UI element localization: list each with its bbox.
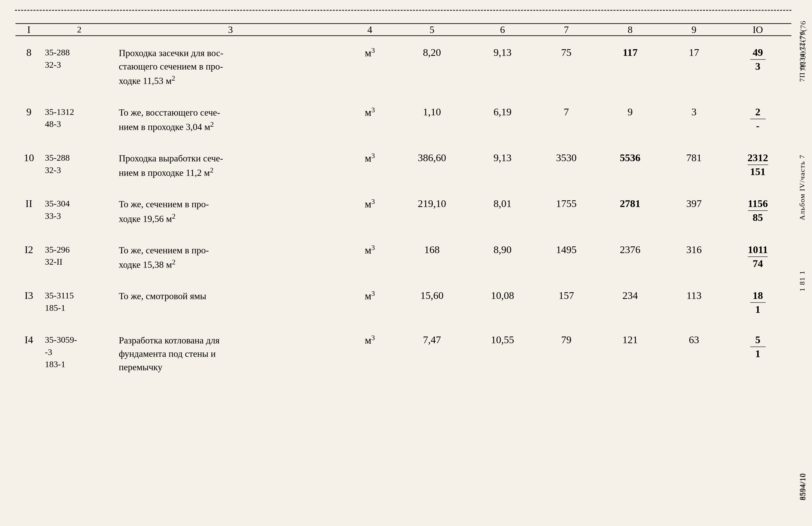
side-text-top-label: 7П 0034-77(76 [798,31,806,82]
header-col-6: 6 [469,24,536,36]
row-col10-11: 1156 85 [724,185,792,231]
row-desc-12: То же, сечением в про-ходке 15,38 м2 [116,231,345,277]
row-col10-13: 18 1 [724,277,792,321]
row-col6-12: 8,90 [469,231,536,277]
table-row: II 35-304 33-3 То же, сечением в про-ход… [15,185,792,231]
row-desc-9: То же, восстающего сече-нием в проходке … [116,93,345,139]
row-col7-8: 75 [536,36,597,93]
header-col-7: 7 [536,24,597,36]
page-container: 7П 0034-77(76 8594/10 I 2 3 4 5 6 7 8 9 … [0,0,812,526]
row-unit-14: м3 [345,321,395,379]
row-col10-12: 1011 74 [724,231,792,277]
row-col10-14: 5 1 [724,321,792,379]
row-col7-13: 157 [536,277,597,321]
row-num-14: I4 [15,321,42,379]
header-col-5: 5 [395,24,469,36]
main-table: I 2 3 4 5 6 7 8 9 IO 8 35-288 32-3 Прохо… [15,23,792,379]
row-col6-10: 9,13 [469,139,536,185]
header-col-4: 4 [345,24,395,36]
fraction-11: 1156 85 [748,198,768,224]
header-col-9: 9 [664,24,724,36]
header-row: I 2 3 4 5 6 7 8 9 IO [15,24,792,36]
header-col-8: 8 [596,24,664,36]
table-row: 8 35-288 32-3 Проходка засечки для вос-с… [15,36,792,93]
row-col10-10: 2312 151 [724,139,792,185]
header-col-1: I [15,24,42,36]
row-code-11: 35-304 33-3 [42,185,116,231]
row-col7-11: 1755 [536,185,597,231]
row-unit-10: м3 [345,139,395,185]
table-row: 9 35-1312 48-3 То же, восстающего сече-н… [15,93,792,139]
row-desc-8: Проходка засечки для вос-стающего сечени… [116,36,345,93]
row-col9-14: 63 [664,321,724,379]
fraction-10: 2312 151 [748,152,768,178]
row-col8-9: 9 [596,93,664,139]
row-desc-14: Разработка котлована дляфундамента под с… [116,321,345,379]
row-col6-11: 8,01 [469,185,536,231]
row-col7-10: 3530 [536,139,597,185]
row-col7-12: 1495 [536,231,597,277]
table-row: I2 35-296 32-II То же, сечением в про-хо… [15,231,792,277]
row-col9-9: 3 [664,93,724,139]
row-unit-8: м3 [345,36,395,93]
row-col5-11: 219,10 [395,185,469,231]
row-num-11: II [15,185,42,231]
row-unit-11: м3 [345,185,395,231]
row-col8-11: 2781 [596,185,664,231]
row-col9-12: 316 [664,231,724,277]
row-col8-8: 117 [596,36,664,93]
row-code-14: 35-3059- -3 183-1 [42,321,116,379]
row-col5-8: 8,20 [395,36,469,93]
table-row: 10 35-288 32-3 Проходка выработки сече-н… [15,139,792,185]
row-unit-9: м3 [345,93,395,139]
row-col7-14: 79 [536,321,597,379]
row-code-8: 35-288 32-3 [42,36,116,93]
row-desc-13: То же, смотровой ямы [116,277,345,321]
row-col6-14: 10,55 [469,321,536,379]
row-col7-9: 7 [536,93,597,139]
row-col10-8: 49 3 [724,36,792,93]
row-code-12: 35-296 32-II [42,231,116,277]
row-num-13: I3 [15,277,42,321]
fraction-13: 18 1 [750,289,766,316]
row-col6-13: 10,08 [469,277,536,321]
row-code-10: 35-288 32-3 [42,139,116,185]
row-col9-8: 17 [664,36,724,93]
row-col8-14: 121 [596,321,664,379]
side-text-album: Альбом IV/часть 7 [798,155,806,220]
row-unit-12: м3 [345,231,395,277]
row-num-8: 8 [15,36,42,93]
row-col8-13: 234 [596,277,664,321]
row-col8-10: 5536 [596,139,664,185]
table-row: I4 35-3059- -3 183-1 Разработка котлован… [15,321,792,379]
row-col5-13: 15,60 [395,277,469,321]
row-col5-9: 1,10 [395,93,469,139]
row-num-9: 9 [15,93,42,139]
row-code-13: 35-3115 185-1 [42,277,116,321]
fraction-8: 49 3 [750,46,766,73]
table-row: I3 35-3115 185-1 То же, смотровой ямы м3… [15,277,792,321]
header-col-3: 3 [116,24,345,36]
side-text-bottom-label: 8594/10 [798,473,806,500]
row-desc-11: То же, сечением в про-ходке 19,56 м2 [116,185,345,231]
row-col5-12: 168 [395,231,469,277]
row-col9-13: 113 [664,277,724,321]
row-desc-10: Проходка выработки сече-нием в проходке … [116,139,345,185]
dashed-top-border [15,10,792,11]
header-col-2: 2 [42,24,116,36]
row-col10-9: 2 - [724,93,792,139]
row-col5-14: 7,47 [395,321,469,379]
row-col9-11: 397 [664,185,724,231]
row-unit-13: м3 [345,277,395,321]
fraction-14: 5 1 [750,334,766,360]
side-text-numbers: 1 81 1 [798,271,806,291]
row-col5-10: 386,60 [395,139,469,185]
row-col8-12: 2376 [596,231,664,277]
row-col6-9: 6,19 [469,93,536,139]
row-num-12: I2 [15,231,42,277]
row-col6-8: 9,13 [469,36,536,93]
row-code-9: 35-1312 48-3 [42,93,116,139]
fraction-12: 1011 74 [748,244,768,270]
row-col9-10: 781 [664,139,724,185]
fraction-9: 2 - [750,106,766,132]
